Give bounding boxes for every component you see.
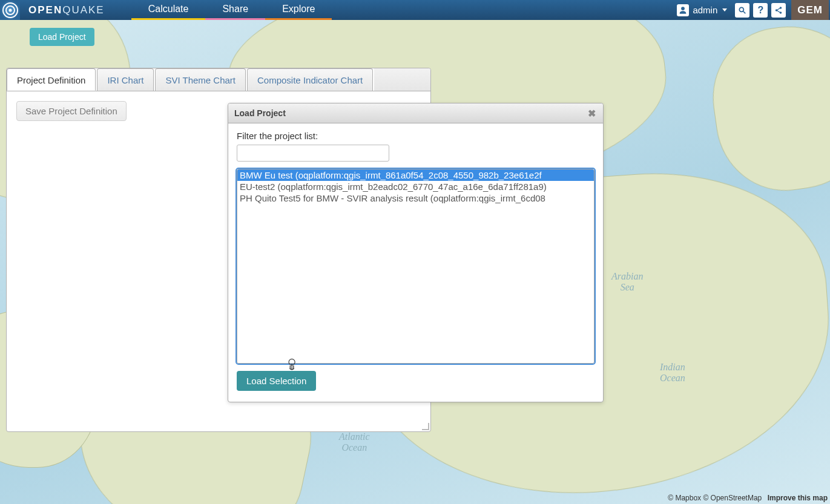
svg-line-4 xyxy=(743,11,746,13)
load-project-dialog: Load Project ✖ Filter the project list: … xyxy=(228,103,604,402)
tab-composite-indicator-chart[interactable]: Composite Indicator Chart xyxy=(247,68,373,91)
help-icon[interactable]: ? xyxy=(753,3,768,18)
tabs-bar: Project Definition IRI Chart SVI Theme C… xyxy=(7,68,430,91)
brand-open: OPEN xyxy=(28,4,62,16)
brand-logo-icon[interactable] xyxy=(0,0,20,20)
dialog-close-icon[interactable]: ✖ xyxy=(586,108,597,119)
nav-item-explore[interactable]: Explore xyxy=(265,0,332,20)
gem-badge[interactable]: GEM xyxy=(791,0,829,20)
dialog-title-text: Load Project xyxy=(234,108,286,118)
svg-point-2 xyxy=(8,8,12,11)
sea-label-indian: Indian Ocean xyxy=(660,362,685,384)
improve-map-link[interactable]: Improve this map xyxy=(768,494,828,502)
dialog-titlebar[interactable]: Load Project ✖ xyxy=(228,103,603,123)
nav-item-calculate[interactable]: Calculate xyxy=(131,0,206,20)
nav-item-share[interactable]: Share xyxy=(205,0,265,20)
nav-left: OPENQUAKE Calculate Share Explore xyxy=(0,0,332,20)
share-icon[interactable] xyxy=(771,3,786,18)
panel-resize-handle[interactable] xyxy=(421,422,429,430)
dialog-body: Filter the project list: BMW Eu test (oq… xyxy=(228,123,603,402)
filter-label: Filter the project list: xyxy=(237,131,595,141)
svg-line-8 xyxy=(777,8,780,10)
svg-line-9 xyxy=(777,10,780,12)
caret-down-icon xyxy=(722,8,727,11)
load-selection-button[interactable]: Load Selection xyxy=(237,371,316,391)
sea-label-arabian: Arabian Sea xyxy=(611,271,643,293)
load-project-button[interactable]: Load Project xyxy=(30,28,94,46)
list-item[interactable]: EU-test2 (oqplatform:qgis_irmt_b2eadc02_… xyxy=(237,181,594,192)
list-item[interactable]: PH Quito Test5 for BMW - SVIR analysis r… xyxy=(237,192,594,204)
nav-menu: Calculate Share Explore xyxy=(131,0,332,20)
nav-right: admin ? GEM xyxy=(671,0,830,20)
user-menu[interactable]: admin xyxy=(671,4,733,16)
attribution-text: © Mapbox © OpenStreetMap xyxy=(668,494,762,502)
project-listbox[interactable]: BMW Eu test (oqplatform:qgis_irmt_861a0f… xyxy=(237,169,595,364)
search-icon[interactable] xyxy=(735,3,749,18)
landmass xyxy=(703,20,830,200)
svg-point-3 xyxy=(740,7,744,11)
tab-iri-chart[interactable]: IRI Chart xyxy=(97,68,154,91)
user-name: admin xyxy=(693,5,717,15)
brand-quake: QUAKE xyxy=(62,4,105,16)
top-navbar: OPENQUAKE Calculate Share Explore admin … xyxy=(0,0,830,20)
tab-project-definition[interactable]: Project Definition xyxy=(7,68,96,91)
user-avatar-icon xyxy=(677,4,689,16)
tabs-filler xyxy=(374,68,430,91)
save-project-definition-button: Save Project Definition xyxy=(16,101,127,121)
tab-svi-theme-chart[interactable]: SVI Theme Chart xyxy=(155,68,246,91)
map-attribution: © Mapbox © OpenStreetMap Improve this ma… xyxy=(668,494,828,502)
brand-title[interactable]: OPENQUAKE xyxy=(20,4,113,16)
sea-label-atlantic: Atlantic Ocean xyxy=(339,431,370,453)
filter-input[interactable] xyxy=(237,145,389,162)
list-item[interactable]: BMW Eu test (oqplatform:qgis_irmt_861a0f… xyxy=(237,169,594,181)
